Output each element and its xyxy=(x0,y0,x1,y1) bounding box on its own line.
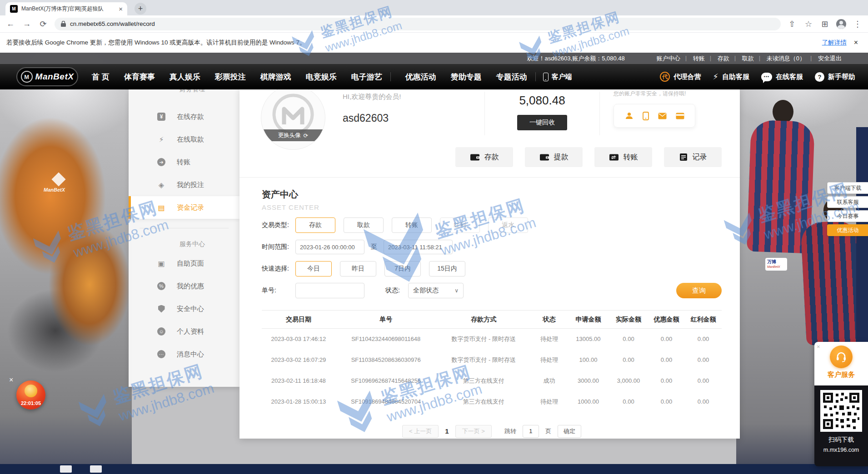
col-applied: 申请金额 xyxy=(568,311,609,329)
nav-lottery[interactable]: 彩票投注 xyxy=(208,72,253,82)
manbetx-logo[interactable]: M ManBetX xyxy=(16,67,78,86)
learn-more-link[interactable]: 了解详情 xyxy=(822,39,847,47)
balance-block: 5,080.48 一键回收 xyxy=(485,88,599,145)
status-select[interactable]: 全部状态 ∨ xyxy=(408,283,464,298)
link-transfer[interactable]: 转账 xyxy=(687,54,711,63)
prev-page-button[interactable]: < 上一页 xyxy=(402,425,439,438)
type-deposit-chip[interactable]: 存款 xyxy=(295,217,335,233)
type-bonus-chip[interactable]: 红利 xyxy=(440,217,480,233)
nav-sponsorship[interactable]: 赞助专题 xyxy=(444,72,489,82)
person-icon[interactable] xyxy=(625,112,634,120)
browser-profile-avatar[interactable] xyxy=(836,19,846,29)
sidebar-item-message-center[interactable]: ⋯ 消息中心 xyxy=(129,343,239,365)
link-unread-messages[interactable]: 未读消息（0） xyxy=(760,54,812,63)
phone-icon[interactable] xyxy=(643,112,649,120)
next-page-button[interactable]: 下一页 > xyxy=(455,425,492,438)
avatar[interactable]: 更换头像 ⟳ xyxy=(261,85,325,150)
striped-jersey xyxy=(800,220,864,346)
notice-close-icon[interactable]: × xyxy=(854,39,858,47)
tab-today-matches[interactable]: 今日赛事 xyxy=(827,210,868,222)
date-from-input[interactable] xyxy=(295,240,364,254)
taskbar-item[interactable] xyxy=(90,465,102,473)
confirm-button[interactable]: 确定 xyxy=(558,425,581,438)
nav-home[interactable]: 首 页 xyxy=(85,72,117,82)
col-date: 交易日期 xyxy=(262,311,335,329)
search-button[interactable]: 查询 xyxy=(676,283,722,298)
sidebar-item-online-withdraw[interactable]: ⚡ 在线取款 xyxy=(129,128,239,151)
browser-menu-icon[interactable]: ⋮ xyxy=(853,19,863,29)
qr-code xyxy=(820,390,862,432)
bank-card-icon[interactable] xyxy=(676,113,684,119)
customer-service-widget[interactable]: × 客户服务 xyxy=(814,342,868,466)
forward-icon[interactable]: → xyxy=(22,19,32,29)
nav-help[interactable]: ? 新手帮助 xyxy=(815,72,855,82)
sidebar-item-transfer[interactable]: ➔ 转账 xyxy=(129,151,239,173)
nav-esports[interactable]: 电竞娱乐 xyxy=(299,72,344,82)
nav-divider xyxy=(535,72,536,81)
nav-promotions[interactable]: 优惠活动 xyxy=(398,72,444,82)
date-to-input[interactable] xyxy=(384,240,453,254)
lightning-icon: ⚡ xyxy=(157,135,166,144)
browser-tab[interactable]: M ManBetX(万博体育)官网|英超狼队 × xyxy=(5,2,127,15)
taskbar-item[interactable] xyxy=(60,465,72,473)
account-links: 账户中心 转账 存款 取款 未读消息（0） 安全退出 xyxy=(650,54,848,63)
background-photo-left: ManBetX xyxy=(0,53,132,474)
type-rebate-chip[interactable]: 返水 xyxy=(488,217,528,233)
quick-yesterday-chip[interactable]: 昨日 xyxy=(340,261,376,276)
quick-today-chip[interactable]: 今日 xyxy=(295,261,332,276)
one-key-recycle-button[interactable]: 一键回收 xyxy=(517,115,567,130)
promo-floater[interactable]: 22:01:05 xyxy=(16,380,45,410)
sidebar-item-my-bets[interactable]: ◈ 我的投注 xyxy=(129,173,239,196)
wanbo-caption: ManBetX xyxy=(44,187,65,193)
wanbo-diamond-logo xyxy=(51,172,65,186)
order-number-input[interactable] xyxy=(295,283,364,298)
sidebar-item-my-offers[interactable]: % 我的优惠 xyxy=(129,275,239,297)
nav-sports[interactable]: 体育赛事 xyxy=(117,72,162,82)
quick-7days-chip[interactable]: 7日内 xyxy=(384,261,421,276)
tab-client-download[interactable]: 客户端下载 xyxy=(827,182,868,194)
bookmark-star-icon[interactable]: ☆ xyxy=(803,19,813,29)
welcome-balance-text: 欢迎！asd62603,账户余额：5,080.48 xyxy=(527,54,624,63)
nav-online-service[interactable]: ••• 在线客服 xyxy=(761,73,803,81)
nav-board-games[interactable]: 棋牌游戏 xyxy=(253,72,299,82)
deposit-button[interactable]: 存款 xyxy=(455,147,513,167)
link-account-center[interactable]: 账户中心 xyxy=(650,54,687,63)
share-icon[interactable]: ⇧ xyxy=(787,19,797,29)
tab-close-icon[interactable]: × xyxy=(119,5,123,13)
sidebar-header-finance: 财务管理 xyxy=(129,89,239,94)
tab-promotions[interactable]: 优惠活动 xyxy=(827,224,868,236)
nav-agent[interactable]: 代 代理合营 xyxy=(660,72,701,82)
diamond-icon: ◈ xyxy=(157,180,166,189)
nav-self-service[interactable]: ⚡ 自助客服 xyxy=(713,72,749,82)
link-deposit[interactable]: 存款 xyxy=(711,54,736,63)
link-logout[interactable]: 安全退出 xyxy=(812,54,848,63)
widget-close-icon[interactable]: × xyxy=(817,343,820,350)
records-button[interactable]: 记录 xyxy=(664,147,722,167)
promo-close-icon[interactable]: × xyxy=(9,376,13,384)
quick-15days-chip[interactable]: 15日内 xyxy=(429,261,465,276)
nav-client-app[interactable]: 客户端 xyxy=(537,73,579,81)
transfer-button[interactable]: 转账 xyxy=(594,147,652,167)
address-bar[interactable]: cn.mebetx65.com/wallet/record xyxy=(55,18,781,30)
side-panel-icon[interactable]: ⊞ xyxy=(820,19,830,29)
reload-icon[interactable]: ⟳ xyxy=(38,19,48,29)
link-withdraw[interactable]: 取款 xyxy=(736,54,760,63)
change-avatar-button[interactable]: 更换头像 ⟳ xyxy=(261,129,325,141)
sidebar-item-online-deposit[interactable]: ¥ 在线存款 xyxy=(129,105,239,128)
jump-page-input[interactable] xyxy=(523,425,539,438)
back-icon[interactable]: ← xyxy=(5,19,15,29)
nav-slots[interactable]: 电子游艺 xyxy=(344,72,389,82)
sidebar-item-self-service-page[interactable]: ▣ 自助页面 xyxy=(129,252,239,275)
sidebar-item-fund-records[interactable]: ▤ 资金记录 xyxy=(129,196,239,219)
mail-icon[interactable] xyxy=(658,113,667,119)
chevron-down-icon: ∨ xyxy=(454,287,459,294)
new-tab-button[interactable]: + xyxy=(135,3,146,15)
tab-contact-service[interactable]: 联系客服 xyxy=(827,196,868,208)
type-transfer-chip[interactable]: 转账 xyxy=(392,217,432,233)
nav-special[interactable]: 专题活动 xyxy=(489,72,534,82)
type-withdraw-chip[interactable]: 取款 xyxy=(344,217,384,233)
sidebar-item-profile[interactable]: ☺ 个人资料 xyxy=(129,320,239,343)
sidebar-item-security-center[interactable]: 安全中心 xyxy=(129,297,239,320)
withdraw-button[interactable]: 提款 xyxy=(525,147,583,167)
nav-live-casino[interactable]: 真人娱乐 xyxy=(162,72,208,82)
